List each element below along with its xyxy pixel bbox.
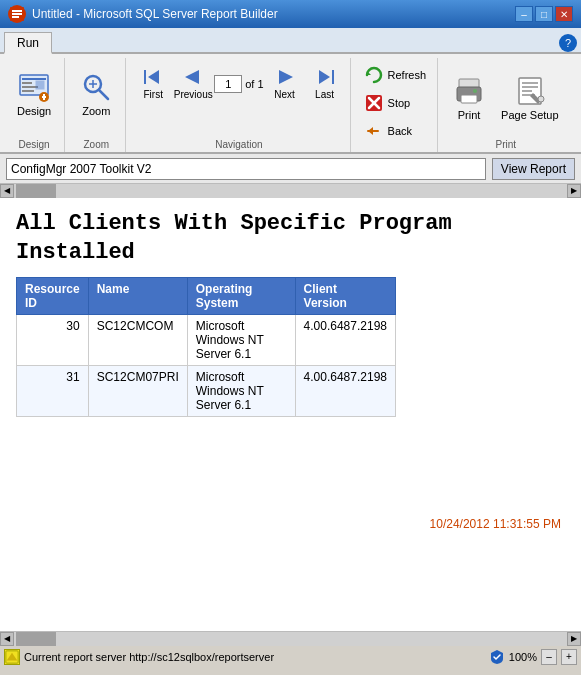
col-name: Name	[88, 278, 187, 315]
stop-label: Stop	[388, 97, 411, 109]
scroll-left-arrow[interactable]: ◀	[0, 184, 14, 198]
bottom-scrollbar[interactable]: ◀ ▶	[0, 631, 581, 645]
svg-marker-19	[185, 70, 199, 84]
svg-marker-27	[368, 127, 373, 135]
zoom-label: Zoom	[82, 105, 110, 117]
next-icon	[273, 65, 297, 89]
status-icon	[4, 649, 20, 665]
bottom-scroll-thumb[interactable]	[16, 632, 56, 646]
previous-icon	[181, 65, 205, 89]
horizontal-scrollbar-top[interactable]: ◀ ▶	[0, 184, 581, 198]
design-button[interactable]: Design	[10, 58, 58, 130]
ribbon-group-actions: Refresh Stop	[353, 58, 439, 152]
zoom-button[interactable]: Zoom	[73, 58, 119, 130]
previous-button[interactable]: Previous	[174, 62, 212, 103]
last-button[interactable]: Last	[306, 62, 344, 103]
title-bar: Untitled - Microsoft SQL Server Report B…	[0, 0, 581, 28]
design-label: Design	[17, 105, 51, 117]
back-label: Back	[388, 125, 412, 137]
zoom-level: 100%	[509, 651, 537, 663]
window-controls: – □ ✕	[515, 6, 573, 22]
refresh-label: Refresh	[388, 69, 427, 81]
design-group-label: Design	[4, 139, 64, 150]
svg-rect-35	[522, 90, 532, 92]
page-setup-icon	[514, 75, 546, 107]
next-label: Next	[274, 89, 295, 100]
svg-marker-20	[279, 70, 293, 84]
report-title: All Clients With Specific Program Instal…	[16, 210, 565, 267]
table-header-row: ResourceID Name OperatingSystem ClientVe…	[17, 278, 396, 315]
first-icon	[141, 65, 165, 89]
svg-rect-17	[144, 70, 146, 84]
status-bar: Current report server http://sc12sqlbox/…	[0, 645, 581, 667]
ribbon-group-print: Print Page Setup Print	[440, 58, 572, 152]
svg-rect-1	[12, 13, 22, 15]
ribbon: Design Design Zoom Zoom	[0, 54, 581, 154]
svg-rect-2	[12, 10, 22, 12]
page-total-label: 1	[257, 78, 263, 90]
svg-marker-18	[148, 70, 159, 84]
minimize-button[interactable]: –	[515, 6, 533, 22]
scroll-right-arrow[interactable]: ▶	[567, 184, 581, 198]
page-input-area: of 1	[214, 75, 263, 93]
view-report-button[interactable]: View Report	[492, 158, 575, 180]
cell-name: SC12CMCOM	[88, 315, 187, 366]
window-title: Untitled - Microsoft SQL Server Report B…	[32, 7, 278, 21]
col-os: OperatingSystem	[187, 278, 295, 315]
page-setup-button[interactable]: Page Setup	[494, 62, 566, 134]
first-button[interactable]: First	[134, 62, 172, 103]
svg-rect-12	[43, 94, 45, 100]
report-toolbar: View Report	[0, 154, 581, 184]
svg-rect-3	[12, 16, 19, 18]
status-right: 100% – +	[489, 649, 577, 665]
actions-buttons: Refresh Stop	[359, 62, 432, 160]
back-icon	[364, 121, 384, 141]
col-client-version: ClientVersion	[295, 278, 395, 315]
security-icon	[489, 649, 505, 665]
refresh-button[interactable]: Refresh	[359, 62, 432, 88]
next-button[interactable]: Next	[266, 62, 304, 103]
help-button[interactable]: ?	[559, 34, 577, 52]
cell-name: SC12CM07PRI	[88, 366, 187, 417]
bottom-scroll-left[interactable]: ◀	[0, 632, 14, 646]
svg-line-14	[99, 90, 108, 99]
ribbon-group-zoom: Zoom Zoom	[67, 58, 126, 152]
cell-os: Microsoft Windows NT Server 6.1	[187, 366, 295, 417]
col-resource-id: ResourceID	[17, 278, 89, 315]
ribbon-group-design: Design Design	[4, 58, 65, 152]
zoom-increase-button[interactable]: +	[561, 649, 577, 665]
svg-rect-9	[36, 81, 44, 89]
scroll-track	[14, 184, 567, 198]
first-label: First	[144, 89, 163, 100]
bottom-scroll-right[interactable]: ▶	[567, 632, 581, 646]
navigation-group-label: Navigation	[128, 139, 349, 150]
cell-client-version: 4.00.6487.2198	[295, 366, 395, 417]
stop-icon	[364, 93, 384, 113]
report-name-input[interactable]	[6, 158, 486, 180]
print-button[interactable]: Print	[446, 62, 492, 134]
svg-rect-30	[461, 95, 477, 103]
page-number-input[interactable]	[214, 75, 242, 93]
svg-marker-22	[319, 70, 330, 84]
scroll-thumb[interactable]	[16, 184, 56, 198]
tab-run[interactable]: Run	[4, 32, 52, 54]
table-row: 30 SC12CMCOM Microsoft Windows NT Server…	[17, 315, 396, 366]
report-content: All Clients With Specific Program Instal…	[0, 198, 581, 631]
restore-button[interactable]: □	[535, 6, 553, 22]
bottom-scroll-track	[14, 632, 567, 646]
page-of-label: of	[245, 78, 254, 90]
print-icon	[453, 75, 485, 107]
report-table: ResourceID Name OperatingSystem ClientVe…	[16, 277, 396, 417]
stop-button[interactable]: Stop	[359, 90, 432, 116]
last-label: Last	[315, 89, 334, 100]
svg-rect-21	[332, 70, 334, 84]
close-button[interactable]: ✕	[555, 6, 573, 22]
refresh-icon	[364, 65, 384, 85]
print-group-label: Print	[440, 139, 572, 150]
zoom-icon	[80, 71, 112, 103]
back-button[interactable]: Back	[359, 118, 432, 144]
page-setup-label: Page Setup	[501, 109, 559, 121]
svg-point-31	[473, 89, 477, 93]
zoom-decrease-button[interactable]: –	[541, 649, 557, 665]
svg-rect-6	[22, 82, 32, 84]
